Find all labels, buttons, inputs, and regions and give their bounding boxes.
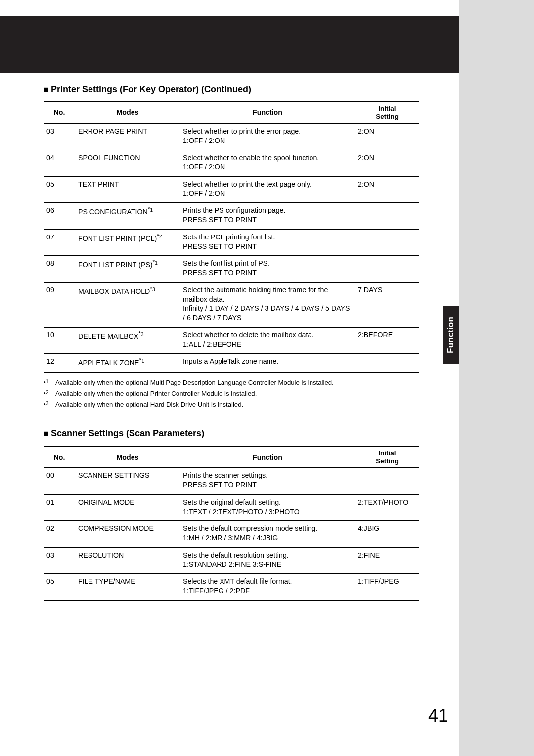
cell-initial: 1:TIFF/JPEG	[355, 574, 419, 601]
table-row: 01ORIGINAL MODESets the original default…	[44, 494, 419, 520]
cell-mode: RESOLUTION	[75, 547, 180, 573]
col-initial: Initial Setting	[355, 446, 419, 468]
cell-function: Select whether to delete the mailbox dat…	[180, 327, 355, 353]
table-row: 07FONT LIST PRINT (PCL)*2Sets the PCL pr…	[44, 229, 419, 255]
cell-mode: TEXT PRINT	[75, 176, 180, 202]
cell-function: Select whether to print the error page.1…	[180, 123, 355, 150]
table-row: 03ERROR PAGE PRINTSelect whether to prin…	[44, 123, 419, 150]
cell-function: Sets the font list print of PS.PRESS SET…	[180, 256, 355, 282]
cell-no: 08	[44, 256, 75, 282]
footnote: *1Available only when the optional Multi…	[44, 378, 419, 389]
col-no: No.	[44, 102, 75, 123]
col-function: Function	[180, 446, 355, 468]
cell-mode: MAILBOX DATA HOLD*3	[75, 282, 180, 327]
table-row: 04SPOOL FUNCTIONSelect whether to enable…	[44, 150, 419, 176]
footnotes: *1Available only when the optional Multi…	[44, 378, 419, 411]
col-initial: Initial Setting	[355, 102, 419, 123]
cell-function: Sets the original default setting.1:TEXT…	[180, 494, 355, 520]
cell-no: 10	[44, 327, 75, 353]
cell-function: Sets the default resolution setting.1:ST…	[180, 547, 355, 573]
footnote: *3Available only when the optional Hard …	[44, 400, 419, 411]
cell-initial: 2:TEXT/PHOTO	[355, 494, 419, 520]
cell-function: Prints the scanner settings.PRESS SET TO…	[180, 468, 355, 494]
table-row: 02COMPRESSION MODESets the default compr…	[44, 521, 419, 547]
section1-title: ■ Printer Settings (For Key Operator) (C…	[44, 84, 419, 94]
cell-no: 07	[44, 229, 75, 255]
table-row: 08FONT LIST PRINT (PS)*1Sets the font li…	[44, 256, 419, 282]
cell-initial	[355, 203, 419, 229]
col-modes: Modes	[75, 446, 180, 468]
table-row: 09MAILBOX DATA HOLD*3Select the automati…	[44, 282, 419, 327]
header-bar	[0, 16, 459, 73]
cell-initial: 4:JBIG	[355, 521, 419, 547]
section1-title-text: Printer Settings (For Key Operator) (Con…	[51, 84, 251, 94]
cell-mode: FONT LIST PRINT (PS)*1	[75, 256, 180, 282]
table-row: 10DELETE MAILBOX*3Select whether to dele…	[44, 327, 419, 353]
table-row: 12APPLETALK ZONE*1Inputs a AppleTalk zon…	[44, 354, 419, 373]
table-row: 05TEXT PRINTSelect whether to print the …	[44, 176, 419, 202]
cell-mode: ORIGINAL MODE	[75, 494, 180, 520]
cell-no: 02	[44, 521, 75, 547]
page-number: 41	[428, 706, 448, 726]
cell-initial	[355, 354, 419, 373]
right-stripe	[459, 0, 534, 756]
cell-initial	[355, 468, 419, 494]
cell-mode: APPLETALK ZONE*1	[75, 354, 180, 373]
cell-mode: FILE TYPE/NAME	[75, 574, 180, 601]
col-modes: Modes	[75, 102, 180, 123]
cell-no: 00	[44, 468, 75, 494]
section2-title: ■ Scanner Settings (Scan Parameters)	[44, 428, 419, 439]
printer-settings-table: No. Modes Function Initial Setting 03ERR…	[44, 101, 419, 373]
cell-initial: 2:FINE	[355, 547, 419, 573]
cell-initial: 2:BEFORE	[355, 327, 419, 353]
cell-function: Inputs a AppleTalk zone name.	[180, 354, 355, 373]
table-row: 05FILE TYPE/NAMESelects the XMT default …	[44, 574, 419, 601]
cell-initial: 2:ON	[355, 123, 419, 150]
cell-no: 09	[44, 282, 75, 327]
cell-no: 05	[44, 574, 75, 601]
cell-no: 03	[44, 123, 75, 150]
cell-no: 04	[44, 150, 75, 176]
col-function: Function	[180, 102, 355, 123]
page-content: ■ Printer Settings (For Key Operator) (C…	[44, 84, 419, 601]
col-no: No.	[44, 446, 75, 468]
cell-function: Selects the XMT default file format.1:TI…	[180, 574, 355, 601]
cell-no: 06	[44, 203, 75, 229]
cell-function: Sets the default compression mode settin…	[180, 521, 355, 547]
cell-no: 03	[44, 547, 75, 573]
cell-initial: 2:ON	[355, 176, 419, 202]
cell-no: 05	[44, 176, 75, 202]
cell-initial: 7 DAYS	[355, 282, 419, 327]
cell-initial	[355, 256, 419, 282]
cell-initial	[355, 229, 419, 255]
cell-no: 12	[44, 354, 75, 373]
cell-function: Prints the PS configuration page.PRESS S…	[180, 203, 355, 229]
cell-function: Select whether to enable the spool funct…	[180, 150, 355, 176]
scanner-settings-table: No. Modes Function Initial Setting 00SCA…	[44, 446, 419, 601]
cell-mode: ERROR PAGE PRINT	[75, 123, 180, 150]
cell-initial: 2:ON	[355, 150, 419, 176]
cell-no: 01	[44, 494, 75, 520]
table-row: 03RESOLUTIONSets the default resolution …	[44, 547, 419, 573]
cell-mode: COMPRESSION MODE	[75, 521, 180, 547]
cell-function: Sets the PCL printing font list.PRESS SE…	[180, 229, 355, 255]
section2-title-text: Scanner Settings (Scan Parameters)	[51, 428, 204, 438]
side-tab-function: Function	[443, 306, 459, 364]
cell-function: Select whether to print the text page on…	[180, 176, 355, 202]
cell-mode: SCANNER SETTINGS	[75, 468, 180, 494]
cell-mode: DELETE MAILBOX*3	[75, 327, 180, 353]
cell-function: Select the automatic holding time frame …	[180, 282, 355, 327]
footnote: *2Available only when the optional Print…	[44, 389, 419, 400]
cell-mode: FONT LIST PRINT (PCL)*2	[75, 229, 180, 255]
table-row: 06PS CONFIGURATION*1Prints the PS config…	[44, 203, 419, 229]
table-row: 00SCANNER SETTINGSPrints the scanner set…	[44, 468, 419, 494]
cell-mode: SPOOL FUNCTION	[75, 150, 180, 176]
cell-mode: PS CONFIGURATION*1	[75, 203, 180, 229]
